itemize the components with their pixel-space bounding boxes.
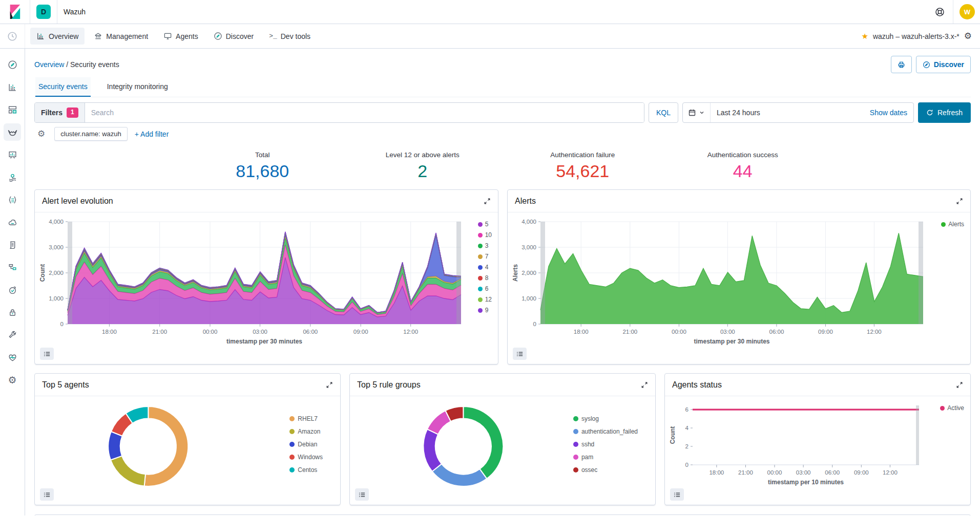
legend-toggle-button[interactable] bbox=[40, 348, 54, 360]
user-avatar[interactable]: W bbox=[960, 4, 975, 19]
sidebar-item-apm[interactable] bbox=[4, 259, 21, 276]
legend-item[interactable]: Windows bbox=[289, 454, 323, 461]
svg-text:4,000: 4,000 bbox=[522, 219, 536, 225]
legend-item[interactable]: 9 bbox=[478, 307, 492, 314]
print-button[interactable] bbox=[891, 56, 912, 73]
sidebar-item-discover[interactable] bbox=[4, 56, 21, 73]
sidebar-item-dashboard[interactable] bbox=[4, 101, 21, 118]
svg-text:0: 0 bbox=[60, 321, 64, 327]
kql-toggle[interactable]: KQL bbox=[649, 102, 678, 123]
agents-status-chart[interactable]: 024618:0021:0000:0003:0006:0009:0012:00C… bbox=[668, 400, 966, 488]
sidebar-item-siem[interactable] bbox=[4, 304, 21, 321]
nav-tab-label: Management bbox=[106, 32, 148, 40]
tab-integrity-monitoring[interactable]: Integrity monitoring bbox=[104, 77, 171, 97]
legend-item[interactable]: Active bbox=[940, 404, 964, 412]
sidebar-item-machine-learning[interactable] bbox=[4, 191, 21, 208]
settings-gear-icon[interactable]: ⚙ bbox=[964, 32, 972, 40]
app-nav-tabs: Overview Management Agents Discover >_ D… bbox=[25, 24, 861, 48]
index-pattern-label[interactable]: wazuh – wazuh-alerts-3.x-* bbox=[873, 32, 960, 40]
sidebar-item-uptime[interactable] bbox=[4, 281, 21, 298]
legend-item[interactable]: 4 bbox=[478, 264, 492, 271]
stat-value[interactable]: 54,621 bbox=[503, 161, 663, 181]
legend-item[interactable]: 7 bbox=[478, 253, 492, 260]
add-filter-link[interactable]: + Add filter bbox=[135, 130, 169, 138]
legend-item[interactable]: Centos bbox=[289, 466, 323, 474]
sidebar-item-management[interactable]: ⚙ bbox=[4, 371, 21, 389]
breadcrumb-overview-link[interactable]: Overview bbox=[34, 60, 64, 69]
recent-items-button[interactable] bbox=[0, 24, 25, 48]
legend-item[interactable]: pam bbox=[573, 454, 638, 461]
legend-item[interactable]: 10 bbox=[478, 231, 492, 239]
legend-item[interactable]: 5 bbox=[478, 221, 492, 228]
expand-icon[interactable] bbox=[326, 381, 333, 389]
help-icon[interactable] bbox=[933, 7, 947, 17]
alert-level-evolution-chart[interactable]: 01,0002,0003,0004,00018:0021:0000:0003:0… bbox=[38, 217, 494, 348]
legend-item[interactable]: Alerts bbox=[941, 221, 964, 228]
legend-toggle-button[interactable] bbox=[355, 488, 369, 501]
tab-security-events[interactable]: Security events bbox=[35, 77, 91, 97]
space-badge[interactable]: D bbox=[36, 5, 51, 19]
management-icon bbox=[94, 32, 102, 40]
sidebar-item-visualize[interactable] bbox=[4, 78, 21, 96]
stat-value[interactable]: 2 bbox=[343, 161, 503, 181]
expand-icon[interactable] bbox=[641, 381, 648, 389]
panel-top5-rule-groups: Top 5 rule groups syslogauthentication_f… bbox=[349, 373, 656, 505]
legend-item[interactable]: Amazon bbox=[289, 428, 323, 435]
sidebar-item-maps[interactable] bbox=[4, 168, 21, 186]
stat-value[interactable]: 81,680 bbox=[182, 161, 343, 181]
filter-options-gear-icon[interactable]: ⚙ bbox=[35, 128, 47, 139]
alerts-chart[interactable]: 01,0002,0003,0004,00018:0021:0000:0003:0… bbox=[511, 217, 966, 348]
nav-tab-agents[interactable]: Agents bbox=[157, 28, 204, 45]
panel-title: Alerts bbox=[515, 197, 536, 206]
filters-toggle[interactable]: Filters 1 bbox=[35, 103, 85, 122]
panel-agents-status: Agents status 024618:0021:0000:0003:0006… bbox=[664, 373, 971, 505]
refresh-button[interactable]: Refresh bbox=[918, 102, 971, 123]
nav-tab-management[interactable]: Management bbox=[88, 28, 154, 45]
svg-text:timestamp per 30 minutes: timestamp per 30 minutes bbox=[694, 338, 769, 345]
stat-value[interactable]: 44 bbox=[663, 161, 823, 181]
legend-item[interactable]: 8 bbox=[478, 274, 492, 282]
legend-toggle-button[interactable] bbox=[513, 348, 527, 360]
svg-text:1,000: 1,000 bbox=[522, 295, 536, 302]
calendar-dropdown[interactable] bbox=[683, 103, 711, 122]
svg-text:3,000: 3,000 bbox=[49, 244, 64, 250]
expand-icon[interactable] bbox=[956, 198, 963, 205]
legend-item[interactable]: Debian bbox=[289, 441, 323, 448]
sidebar-item-infrastructure[interactable] bbox=[4, 213, 21, 231]
legend-item[interactable]: syslog bbox=[573, 415, 638, 422]
sidebar-item-wazuh[interactable] bbox=[4, 123, 21, 141]
legend-item[interactable]: ossec bbox=[573, 466, 638, 474]
legend-toggle-button[interactable] bbox=[40, 488, 54, 501]
sidebar-item-dev-tools[interactable] bbox=[4, 326, 21, 343]
expand-icon[interactable] bbox=[484, 198, 491, 205]
legend-item[interactable]: 12 bbox=[478, 296, 492, 303]
index-pattern-star-icon: ★ bbox=[861, 32, 868, 41]
top5-agents-donut[interactable]: RHEL7AmazonDebianWindowsCentos bbox=[38, 400, 336, 488]
expand-icon[interactable] bbox=[956, 381, 963, 389]
svg-text:21:00: 21:00 bbox=[152, 329, 167, 335]
sidebar-item-canvas[interactable] bbox=[4, 146, 21, 163]
sidebar-item-logs[interactable] bbox=[4, 236, 21, 253]
nav-tab-overview[interactable]: Overview bbox=[30, 28, 85, 45]
legend-item[interactable]: sshd bbox=[573, 441, 638, 448]
legend-item[interactable]: authentication_failed bbox=[573, 428, 638, 435]
discover-button[interactable]: Discover bbox=[916, 56, 971, 73]
nav-tab-dev-tools[interactable]: >_ Dev tools bbox=[263, 28, 317, 45]
legend-item[interactable]: 6 bbox=[478, 285, 492, 292]
filter-pill-cluster-name[interactable]: cluster.name: wazuh bbox=[54, 127, 128, 141]
time-range-value[interactable]: Last 24 hours bbox=[711, 109, 870, 117]
chart-legend: Active bbox=[940, 404, 964, 412]
kibana-logo[interactable] bbox=[6, 4, 24, 19]
top5-rule-groups-donut[interactable]: syslogauthentication_failedsshdpamossec bbox=[353, 400, 651, 488]
chart-legend: Alerts bbox=[941, 221, 964, 228]
legend-item[interactable]: RHEL7 bbox=[289, 415, 323, 422]
sidebar-item-monitoring[interactable] bbox=[4, 349, 21, 366]
legend-item[interactable]: 3 bbox=[478, 242, 492, 249]
nav-tab-discover[interactable]: Discover bbox=[207, 28, 260, 45]
svg-text:09:00: 09:00 bbox=[353, 329, 368, 335]
kibana-sidebar: ⚙ bbox=[0, 49, 25, 515]
show-dates-link[interactable]: Show dates bbox=[870, 109, 913, 117]
divider bbox=[953, 0, 953, 24]
search-input[interactable] bbox=[85, 103, 644, 122]
legend-toggle-button[interactable] bbox=[670, 488, 684, 501]
